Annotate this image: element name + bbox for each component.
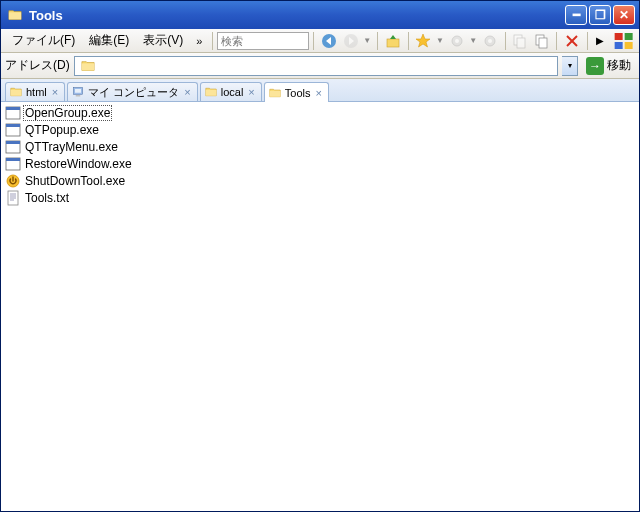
tab-label: local bbox=[221, 86, 244, 98]
folder-icon bbox=[268, 87, 282, 99]
minimize-button[interactable]: ━ bbox=[565, 5, 587, 25]
file-item[interactable]: QTTrayMenu.exe bbox=[3, 138, 637, 155]
go-arrow-icon: → bbox=[586, 57, 604, 75]
tab-close-button[interactable]: × bbox=[313, 87, 323, 99]
folder-icon bbox=[7, 8, 23, 22]
go-label: 移動 bbox=[607, 57, 631, 74]
address-field[interactable] bbox=[74, 56, 558, 76]
file-item[interactable]: RestoreWindow.exe bbox=[3, 155, 637, 172]
app-icon bbox=[5, 139, 21, 155]
tab-close-button[interactable]: × bbox=[182, 86, 192, 98]
shutdown-icon bbox=[5, 173, 21, 189]
separator bbox=[556, 32, 557, 50]
history-dropdown[interactable]: ▼ bbox=[361, 36, 373, 45]
windows-logo-icon bbox=[612, 31, 635, 51]
tab-bar: html×マイ コンピュータ×local×Tools× bbox=[1, 79, 639, 102]
file-name: QTTrayMenu.exe bbox=[24, 140, 119, 154]
address-dropdown[interactable]: ▾ bbox=[562, 56, 578, 76]
file-name: ShutDownTool.exe bbox=[24, 174, 126, 188]
computer-icon bbox=[71, 86, 85, 98]
back-button[interactable] bbox=[319, 31, 338, 51]
options-button[interactable] bbox=[447, 31, 466, 51]
sync-button[interactable] bbox=[480, 31, 499, 51]
file-name: OpenGroup.exe bbox=[24, 106, 111, 120]
separator bbox=[587, 32, 588, 50]
tab-close-button[interactable]: × bbox=[246, 86, 256, 98]
options-dropdown[interactable]: ▼ bbox=[467, 36, 479, 45]
search-input[interactable] bbox=[217, 32, 309, 50]
forward-button bbox=[341, 31, 360, 51]
separator bbox=[377, 32, 378, 50]
file-list[interactable]: OpenGroup.exeQTPopup.exeQTTrayMenu.exeRe… bbox=[1, 102, 639, 511]
menubar: ファイル(F) 編集(E) 表示(V) » ▼ ▼ ▼ ▶ bbox=[1, 29, 639, 53]
tab-close-button[interactable]: × bbox=[50, 86, 60, 98]
tab-マイ コンピュータ[interactable]: マイ コンピュータ× bbox=[67, 82, 198, 101]
file-name: RestoreWindow.exe bbox=[24, 157, 133, 171]
menu-view[interactable]: 表示(V) bbox=[136, 29, 190, 52]
file-item[interactable]: QTPopup.exe bbox=[3, 121, 637, 138]
file-name: QTPopup.exe bbox=[24, 123, 100, 137]
app-icon bbox=[5, 156, 21, 172]
menu-edit[interactable]: 編集(E) bbox=[82, 29, 136, 52]
file-item[interactable]: Tools.txt bbox=[3, 189, 637, 206]
folder-icon bbox=[9, 86, 23, 98]
close-button[interactable]: ✕ bbox=[613, 5, 635, 25]
folder-icon bbox=[204, 86, 218, 98]
address-label: アドレス(D) bbox=[5, 57, 70, 74]
file-name: Tools.txt bbox=[24, 191, 70, 205]
folder-icon bbox=[80, 59, 96, 73]
tab-html[interactable]: html× bbox=[5, 82, 65, 101]
maximize-button[interactable]: ❐ bbox=[589, 5, 611, 25]
favorites-button[interactable] bbox=[413, 31, 432, 51]
copy-button[interactable] bbox=[532, 31, 551, 51]
cut-button[interactable] bbox=[511, 31, 530, 51]
file-item[interactable]: OpenGroup.exe bbox=[3, 104, 637, 121]
app-icon bbox=[5, 122, 21, 138]
tab-label: マイ コンピュータ bbox=[88, 85, 179, 100]
tab-label: Tools bbox=[285, 87, 311, 99]
titlebar[interactable]: Tools ━ ❐ ✕ bbox=[1, 1, 639, 29]
separator bbox=[313, 32, 314, 50]
tab-Tools[interactable]: Tools× bbox=[264, 82, 329, 102]
toolbar-overflow[interactable]: ▶ bbox=[592, 35, 608, 46]
explorer-window: Tools ━ ❐ ✕ ファイル(F) 編集(E) 表示(V) » ▼ ▼ ▼ … bbox=[0, 0, 640, 512]
txt-icon bbox=[5, 190, 21, 206]
menu-overflow[interactable]: » bbox=[190, 35, 208, 47]
tab-label: html bbox=[26, 86, 47, 98]
address-bar: アドレス(D) ▾ → 移動 bbox=[1, 53, 639, 79]
window-title: Tools bbox=[29, 8, 565, 23]
menu-file[interactable]: ファイル(F) bbox=[5, 29, 82, 52]
separator bbox=[212, 32, 213, 50]
favorites-dropdown[interactable]: ▼ bbox=[434, 36, 446, 45]
delete-button[interactable] bbox=[562, 31, 581, 51]
up-button[interactable] bbox=[383, 31, 402, 51]
tab-local[interactable]: local× bbox=[200, 82, 262, 101]
app-icon bbox=[5, 105, 21, 121]
separator bbox=[408, 32, 409, 50]
file-item[interactable]: ShutDownTool.exe bbox=[3, 172, 637, 189]
separator bbox=[505, 32, 506, 50]
go-button[interactable]: → 移動 bbox=[582, 56, 635, 76]
